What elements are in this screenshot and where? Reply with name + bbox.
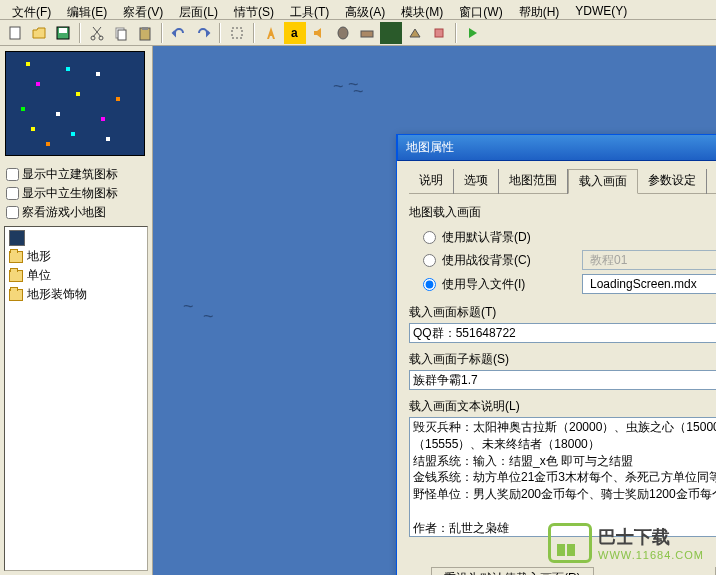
subtitle-input[interactable]	[409, 370, 716, 390]
viewport[interactable]: ~ ~ ~ ~ ~ 地图属性 说明 选项 地图范围 载入画面 参数设定 地图载入…	[153, 46, 716, 575]
toolbar: a	[0, 20, 716, 46]
tab-description[interactable]: 说明	[409, 169, 454, 194]
svg-rect-14	[435, 29, 443, 37]
tool-c-icon[interactable]	[356, 22, 378, 44]
subtitle-label: 载入画面子标题(S)	[409, 351, 716, 368]
svg-text:a: a	[291, 26, 298, 40]
tabs: 说明 选项 地图范围 载入画面 参数设定	[409, 169, 716, 194]
svg-rect-8	[142, 27, 148, 30]
campaign-select: 教程01	[582, 250, 716, 270]
description-label: 载入画面文本说明(L)	[409, 398, 716, 415]
tree-units[interactable]: 单位	[7, 266, 145, 285]
title-input[interactable]	[409, 323, 716, 343]
menu-advanced[interactable]: 高级(A)	[337, 2, 393, 17]
import-file-select[interactable]: LoadingScreen.mdx	[582, 274, 716, 294]
tree-doodads[interactable]: 地形装饰物	[7, 285, 145, 304]
radio-default-bg[interactable]	[423, 231, 436, 244]
tool-f-icon[interactable]	[428, 22, 450, 44]
radio-default-bg-label: 使用默认背景(D)	[442, 229, 582, 246]
menubar: 文件(F) 编辑(E) 察看(V) 层面(L) 情节(S) 工具(T) 高级(A…	[0, 0, 716, 20]
svg-rect-6	[118, 30, 126, 40]
watermark: 巴士下载 WWW.11684.COM	[548, 523, 704, 563]
menu-scenario[interactable]: 情节(S)	[226, 2, 282, 17]
tree-root[interactable]	[7, 229, 145, 247]
minimap[interactable]	[5, 51, 145, 156]
tool-e-icon[interactable]	[404, 22, 426, 44]
map-properties-dialog: 地图属性 说明 选项 地图范围 载入画面 参数设定 地图载入画面 使用默认背景(…	[396, 134, 716, 575]
watermark-icon	[548, 523, 592, 563]
watermark-url: WWW.11684.COM	[598, 549, 704, 561]
open-icon[interactable]	[28, 22, 50, 44]
object-icon[interactable]	[332, 22, 354, 44]
title-label: 载入画面标题(T)	[409, 304, 716, 321]
svg-rect-0	[10, 27, 20, 39]
tab-options[interactable]: 选项	[454, 169, 499, 194]
menu-window[interactable]: 窗口(W)	[451, 2, 510, 17]
tab-map-bounds[interactable]: 地图范围	[499, 169, 568, 194]
dialog-title: 地图属性	[397, 134, 716, 161]
svg-point-11	[338, 27, 348, 39]
menu-edit[interactable]: 编辑(E)	[59, 2, 115, 17]
save-icon[interactable]	[52, 22, 74, 44]
redo-icon[interactable]	[192, 22, 214, 44]
sidebar: 显示中立建筑图标 显示中立生物图标 察看游戏小地图 地形 单位 地形装饰物	[0, 46, 153, 575]
svg-rect-13	[385, 27, 397, 39]
radio-campaign-bg[interactable]	[423, 254, 436, 267]
menu-ydwe[interactable]: YDWE(Y)	[567, 2, 635, 17]
svg-rect-2	[59, 28, 67, 33]
reset-button[interactable]: 重设为默认值载入画面(R)	[431, 567, 594, 575]
menu-tools[interactable]: 工具(T)	[282, 2, 337, 17]
svg-rect-9	[232, 28, 242, 38]
sound-icon[interactable]	[308, 22, 330, 44]
check-neutral-creatures[interactable]: 显示中立生物图标	[6, 184, 146, 203]
check-view-minimap[interactable]: 察看游戏小地图	[6, 203, 146, 222]
group-loading-screen: 地图载入画面	[409, 204, 716, 221]
paste-icon[interactable]	[134, 22, 156, 44]
svg-rect-12	[361, 31, 373, 37]
radio-import-file-label: 使用导入文件(I)	[442, 276, 582, 293]
cut-icon[interactable]	[86, 22, 108, 44]
menu-module[interactable]: 模块(M)	[393, 2, 451, 17]
tab-parameters[interactable]: 参数设定	[638, 169, 707, 194]
radio-campaign-bg-label: 使用战役背景(C)	[442, 252, 582, 269]
tree-terrain[interactable]: 地形	[7, 247, 145, 266]
check-neutral-buildings[interactable]: 显示中立建筑图标	[6, 165, 146, 184]
tab-loading-screen[interactable]: 载入画面	[568, 169, 638, 194]
menu-help[interactable]: 帮助(H)	[511, 2, 568, 17]
radio-import-file[interactable]	[423, 278, 436, 291]
description-textarea[interactable]: 毁灭兵种：太阳神奥古拉斯（20000）、虫族之心（15000）、雷电之光（155…	[409, 417, 716, 537]
menu-layer[interactable]: 层面(L)	[171, 2, 226, 17]
undo-icon[interactable]	[168, 22, 190, 44]
tool-d-icon[interactable]	[380, 22, 402, 44]
menu-file[interactable]: 文件(F)	[4, 2, 59, 17]
menu-view[interactable]: 察看(V)	[115, 2, 171, 17]
tree-panel: 地形 单位 地形装饰物	[4, 226, 148, 571]
tool-b-icon[interactable]: a	[284, 22, 306, 44]
tool-a-icon[interactable]	[260, 22, 282, 44]
copy-icon[interactable]	[110, 22, 132, 44]
watermark-title: 巴士下载	[598, 525, 704, 549]
run-icon[interactable]	[462, 22, 484, 44]
select-icon[interactable]	[226, 22, 248, 44]
new-icon[interactable]	[4, 22, 26, 44]
